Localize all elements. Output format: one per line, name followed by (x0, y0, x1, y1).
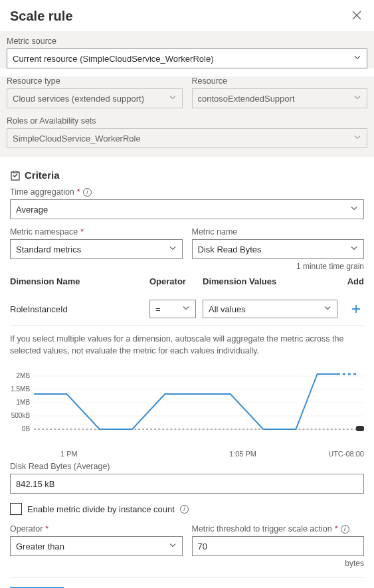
panel-title: Scale rule (10, 9, 73, 24)
threshold-label: Metric threshold to trigger scale action… (192, 524, 365, 534)
metric-chart: 2MB 1.5MB 1MB 500kB 0B (10, 366, 364, 446)
chevron-down-icon (169, 245, 177, 254)
resource-type-label: Resource type (7, 76, 183, 86)
metric-namespace-value: Standard metrics (16, 245, 81, 254)
dimension-op-select[interactable]: = (149, 300, 196, 318)
operator-select[interactable]: Greater than (10, 536, 183, 556)
chevron-down-icon (324, 304, 331, 314)
dimension-op-value: = (155, 304, 161, 314)
time-agg-label: Time aggregation* i (10, 187, 364, 197)
criteria-title: Criteria (25, 169, 60, 181)
info-icon[interactable]: i (83, 188, 92, 197)
chart-series-line (34, 374, 337, 429)
metric-namespace-label: Metric namespace* (10, 227, 183, 237)
info-icon[interactable]: i (341, 525, 349, 534)
chevron-down-icon (169, 541, 177, 551)
divide-by-instance-checkbox[interactable] (10, 503, 22, 515)
dimension-name: RoleInstanceId (10, 304, 149, 314)
metric-name-value: Disk Read Bytes (198, 245, 262, 254)
time-agg-select[interactable]: Average (10, 199, 364, 219)
xtick: 1:05 PM (229, 450, 256, 458)
chevron-down-icon (169, 94, 177, 104)
chevron-down-icon (350, 205, 358, 215)
ytick: 1.5MB (11, 385, 30, 393)
add-dimension-button[interactable] (348, 301, 364, 317)
roles-value: SimpleCloudService_WorkerRole (13, 134, 141, 144)
close-icon (352, 11, 361, 20)
dimension-vals-select[interactable]: All values (203, 300, 337, 318)
chevron-down-icon (353, 134, 361, 144)
metric-source-label: Metric source (7, 37, 367, 46)
close-button[interactable] (349, 7, 364, 26)
dim-head-op: Operator (149, 276, 196, 286)
dimension-vals-value: All values (209, 304, 246, 314)
dim-head-vals: Dimension Values (196, 276, 337, 286)
resource-type-value: Cloud services (extended support) (13, 94, 144, 104)
dimension-row: RoleInstanceId = All values (10, 293, 364, 326)
dim-head-name: Dimension Name (10, 276, 149, 286)
time-agg-value: Average (16, 205, 48, 215)
dimension-help-text: If you select multiple values for a dime… (10, 334, 364, 357)
ytick: 1MB (17, 399, 31, 406)
metric-namespace-select[interactable]: Standard metrics (10, 239, 183, 259)
xtick: 1 PM (60, 450, 78, 458)
metric-source-value: Current resource (SimpleCloudService_Wor… (13, 54, 213, 64)
ytick: 0B (22, 425, 31, 433)
operator-label: Operator* (10, 524, 183, 534)
ytick: 500kB (11, 412, 31, 419)
metric-display-label: Disk Read Bytes (Average) (10, 462, 364, 471)
plus-icon (351, 304, 361, 314)
metric-name-select[interactable]: Disk Read Bytes (192, 239, 365, 259)
chart-marker (356, 426, 364, 431)
resource-value: contosoExtendedSupport (198, 94, 295, 104)
operator-value: Greater than (16, 541, 64, 551)
divide-by-instance-label: Enable metric divide by instance count (27, 504, 175, 514)
chevron-down-icon (353, 94, 361, 104)
time-grain-hint: 1 minute time grain (10, 262, 364, 271)
resource-label: Resource (192, 76, 368, 86)
info-icon[interactable]: i (180, 505, 189, 514)
roles-select: SimpleCloudService_WorkerRole (7, 128, 367, 148)
dim-head-add: Add (337, 276, 364, 286)
resource-type-select: Cloud services (extended support) (7, 88, 183, 108)
threshold-input[interactable]: 70 (192, 536, 365, 556)
roles-label: Roles or Availability sets (7, 116, 367, 126)
threshold-unit: bytes (192, 559, 365, 568)
metric-display-value: 842.15 kB (10, 474, 364, 494)
metric-source-select[interactable]: Current resource (SimpleCloudService_Wor… (7, 49, 367, 68)
chevron-down-icon (353, 54, 361, 64)
criteria-icon (10, 170, 21, 181)
resource-select: contosoExtendedSupport (192, 88, 368, 108)
ytick: 2MB (17, 372, 31, 379)
metric-name-label: Metric name (192, 227, 365, 237)
chevron-down-icon (350, 245, 358, 254)
chevron-down-icon (182, 304, 190, 314)
chart-tz: UTC-08:00 (328, 450, 364, 458)
